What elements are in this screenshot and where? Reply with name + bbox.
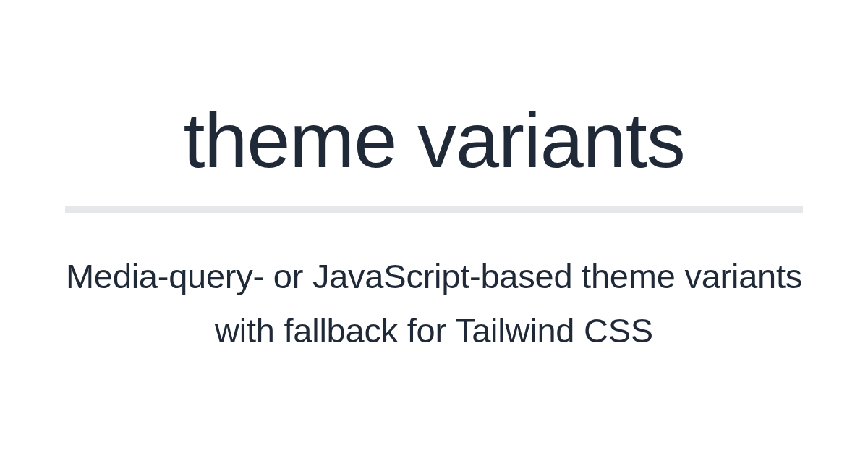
- page-description: Media-query- or JavaScript-based theme v…: [65, 249, 803, 358]
- page-title: theme variants: [183, 98, 684, 184]
- divider: [65, 206, 803, 213]
